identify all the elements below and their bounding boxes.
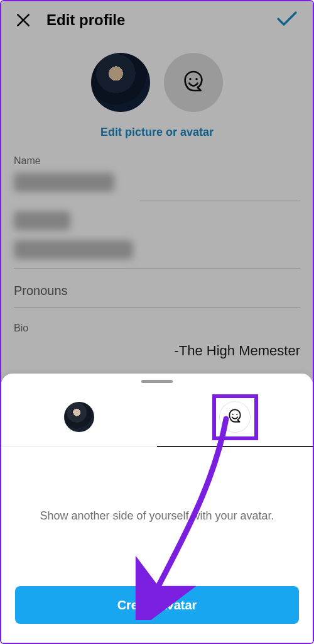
bio-label: Bio [14,323,300,334]
name-field[interactable] [14,173,114,192]
sheet-tabs [1,387,313,447]
svg-point-5 [236,414,237,415]
current-profile-photo-thumb [64,402,94,432]
tab-avatar[interactable] [157,387,313,447]
svg-point-4 [232,414,234,415]
svg-point-3 [195,78,197,80]
header: Edit profile [1,1,313,36]
svg-point-2 [189,78,191,80]
bio-value[interactable]: -The High Memester [14,343,300,359]
sheet-grabber[interactable] [141,380,173,383]
create-avatar-button-label: Create avatar [117,598,197,613]
avatar-icon [227,408,243,426]
divider [139,201,300,201]
tab-photo[interactable] [1,387,157,447]
create-avatar-button[interactable]: Create avatar [15,586,299,624]
pronouns-label[interactable]: Pronouns [14,284,300,298]
name-label: Name [14,155,300,167]
confirm-check-icon[interactable] [276,10,298,30]
username-field[interactable] [14,211,70,230]
avatar-placeholder[interactable] [164,53,223,112]
annotation-highlight-box [212,394,258,440]
page-title: Edit profile [46,11,125,29]
edit-picture-link[interactable]: Edit picture or avatar [1,126,313,139]
close-icon[interactable] [15,12,31,28]
avatar-option-circle [219,401,251,433]
divider [14,268,300,269]
website-field[interactable] [14,240,133,259]
sheet-prompt-text: Show another side of yourself with your … [16,509,298,523]
divider [14,307,300,308]
avatar-bottom-sheet: Show another side of yourself with your … [1,374,313,643]
profile-avatars-row [1,53,313,112]
avatar-icon [181,69,206,96]
current-profile-photo[interactable] [91,53,150,112]
